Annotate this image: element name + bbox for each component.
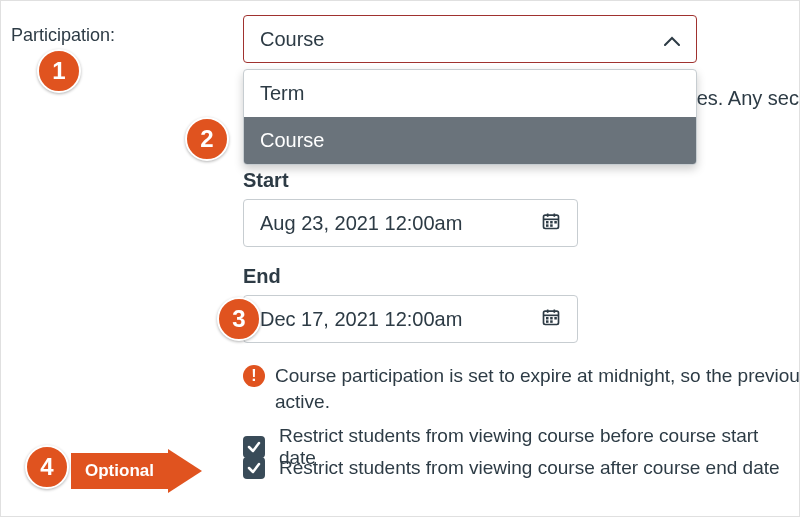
calendar-icon[interactable] [541, 307, 561, 332]
warning-icon: ! [243, 365, 265, 387]
svg-rect-4 [546, 221, 549, 224]
participation-option-course[interactable]: Course [244, 117, 696, 164]
annotation-badge-4: 4 [25, 445, 69, 489]
annotation-badge-2: 2 [185, 117, 229, 161]
calendar-icon[interactable] [541, 211, 561, 236]
svg-rect-14 [550, 317, 553, 320]
svg-rect-8 [554, 221, 557, 224]
end-label: End [243, 265, 281, 288]
svg-rect-7 [550, 224, 553, 227]
partial-helper-text: es. Any sec [697, 87, 799, 110]
end-date-value: Dec 17, 2021 12:00am [260, 308, 462, 331]
svg-rect-17 [554, 317, 557, 320]
participation-dropdown: Term Course [243, 69, 697, 165]
chevron-up-icon [664, 28, 680, 51]
participation-option-term[interactable]: Term [244, 70, 696, 117]
form-canvas: Participation: Course Term Course es. An… [0, 0, 800, 517]
restrict-after-checkbox[interactable] [243, 457, 265, 479]
start-label: Start [243, 169, 289, 192]
participation-selected-value: Course [260, 28, 324, 51]
arrow-right-icon [168, 449, 202, 493]
optional-arrow: Optional [71, 449, 202, 493]
participation-select: Course Term Course [243, 15, 697, 165]
participation-label: Participation: [11, 25, 115, 46]
annotation-badge-3: 3 [217, 297, 261, 341]
svg-rect-5 [550, 221, 553, 224]
warning-message: ! Course participation is set to expire … [243, 363, 800, 414]
svg-rect-6 [546, 224, 549, 227]
svg-rect-16 [550, 320, 553, 323]
annotation-badge-1: 1 [37, 49, 81, 93]
end-date-input[interactable]: Dec 17, 2021 12:00am [243, 295, 578, 343]
svg-rect-15 [546, 320, 549, 323]
restrict-before-checkbox[interactable] [243, 436, 265, 458]
restrict-after-label: Restrict students from viewing course af… [279, 457, 780, 479]
warning-text: Course participation is set to expire at… [275, 363, 800, 414]
svg-rect-13 [546, 317, 549, 320]
start-date-value: Aug 23, 2021 12:00am [260, 212, 462, 235]
optional-label: Optional [71, 453, 168, 489]
participation-select-box[interactable]: Course [243, 15, 697, 63]
start-date-input[interactable]: Aug 23, 2021 12:00am [243, 199, 578, 247]
restrict-after-row: Restrict students from viewing course af… [243, 457, 780, 479]
